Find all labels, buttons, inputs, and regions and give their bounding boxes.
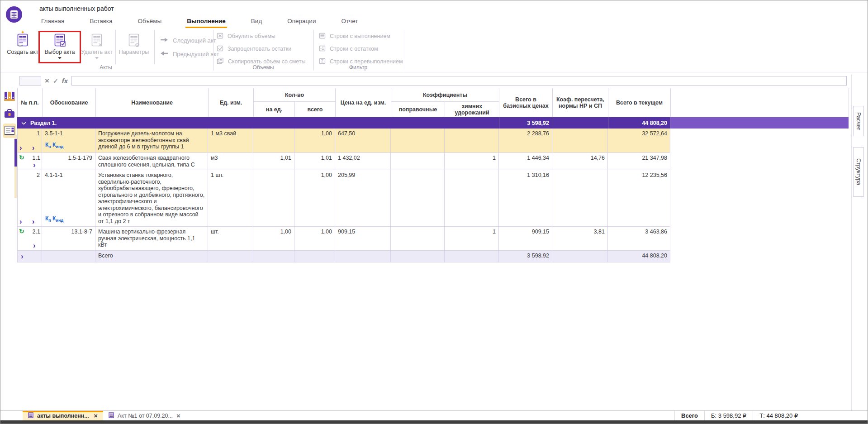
table-row-2.1[interactable]: ↻2.1›13.1-8-7Машина вертикально-фрезерна… [17, 227, 849, 251]
cell-name[interactable]: Свая железобетонная квадратного сплошног… [95, 153, 208, 170]
create-act-button[interactable]: ✦Создать акт [4, 30, 41, 59]
cell-num[interactable]: 1›› [17, 129, 42, 153]
tab-close-icon[interactable]: × [176, 412, 180, 419]
coefficient-links[interactable]: Кп Кинд [44, 142, 93, 151]
cell-coef-winter[interactable] [445, 170, 499, 227]
formula-input[interactable] [71, 76, 847, 86]
expand-chevron-icon[interactable]: › [19, 219, 22, 224]
cell-total-base[interactable]: 1 310,16 [499, 170, 552, 227]
params-button[interactable]: ⚙Параметры [115, 30, 152, 59]
cell-price[interactable]: 909,15 [335, 227, 391, 251]
arrow-left-act-button[interactable]: Предыдущий акт [160, 47, 219, 61]
cell-code[interactable]: 4.1-1-1Кп Кинд [42, 170, 95, 227]
cell-code[interactable]: 3.5-1-1Кп Кинд [42, 129, 95, 153]
cell-qty-total[interactable]: 1,00 [294, 170, 335, 227]
cell-code[interactable]: 1.5-1-179 [42, 153, 95, 170]
cell-qty-per[interactable]: 1,00 [253, 227, 294, 251]
cell-total-base[interactable]: 2 288,76 [499, 129, 552, 153]
cell-unit[interactable]: шт. [208, 227, 253, 251]
ribbon-tab-4[interactable]: Вид [250, 18, 263, 28]
cell-total-current[interactable]: 32 572,64 [608, 129, 670, 153]
projects-binders-icon[interactable] [3, 89, 16, 104]
expand-chevron-icon[interactable]: › [21, 253, 24, 259]
cell-coef-winter[interactable]: 1 [445, 153, 499, 170]
cell-num[interactable]: ↻2.1› [17, 227, 42, 251]
cell-coef-winter[interactable]: 1 [445, 227, 499, 251]
collapse-chevron-icon[interactable] [21, 120, 26, 126]
arrow-right-act-button[interactable]: Следующий акт [160, 33, 219, 47]
cell-num[interactable]: ↻1.1› [17, 153, 42, 170]
cell-coef-adj[interactable] [391, 170, 445, 227]
cell-num[interactable]: 2›› [17, 170, 42, 227]
rail-scrollbar-thumb[interactable] [14, 139, 17, 167]
section-label-cell[interactable]: Раздел 1. [17, 117, 499, 129]
cell-empty[interactable] [391, 251, 445, 262]
cell-total-base[interactable]: 909,15 [499, 227, 552, 251]
cell-ref-input[interactable] [19, 76, 41, 86]
table-row-section[interactable]: Раздел 1.3 598,9244 808,20 [17, 117, 849, 129]
cell-total-base[interactable]: 3 598,92 [499, 251, 552, 262]
cell-unit[interactable]: 1 шт. [208, 170, 253, 227]
expand-chevron-icon[interactable]: › [32, 145, 35, 151]
document-tab-0[interactable]: акты выполненн...× [23, 411, 103, 420]
delete-act-button[interactable]: ✕Удалить акт [78, 30, 115, 59]
table-row-total[interactable]: ›Всего3 598,9244 808,20 [17, 251, 849, 262]
cell-code[interactable] [42, 251, 95, 262]
cell-name[interactable]: Погружение дизель-молотом на экскаваторе… [95, 129, 208, 153]
expand-chevron-icon[interactable]: › [33, 243, 36, 248]
ribbon-tab-0[interactable]: Главная [40, 18, 66, 28]
expand-chevron-icon[interactable]: › [32, 219, 35, 224]
cell-total-current[interactable]: 44 808,20 [608, 251, 670, 262]
ribbon-tab-2[interactable]: Объёмы [137, 18, 163, 28]
coefficient-links[interactable]: Кп Кинд [44, 215, 93, 224]
expand-chevron-icon[interactable]: › [19, 145, 22, 151]
percent-remainder-button[interactable]: Запроцентовать остатки [217, 43, 306, 55]
confirm-icon[interactable]: ✓ [53, 77, 58, 85]
side-tab-0[interactable]: Расчет [853, 106, 864, 136]
cell-coef-winter[interactable] [445, 129, 499, 153]
cell-code[interactable]: 13.1-8-7 [42, 227, 95, 251]
ribbon-tab-3[interactable]: Выполнение [185, 18, 227, 28]
cell-empty[interactable] [445, 251, 499, 262]
cell-qty-per[interactable] [253, 170, 294, 227]
cell-empty[interactable] [294, 251, 335, 262]
cell-qty-total[interactable]: 1,00 [294, 227, 335, 251]
estimate-sheet-icon[interactable] [3, 124, 16, 138]
total-label-cell[interactable]: Всего [95, 251, 208, 262]
dropdown-caret-icon[interactable] [95, 57, 99, 59]
zero-volumes-button[interactable]: Обнулить объемы [217, 30, 306, 43]
table-row-1[interactable]: 1››3.5-1-1Кп КиндПогружение дизель-молот… [17, 129, 849, 153]
cell-total-current[interactable]: 3 463,86 [608, 227, 670, 251]
ribbon-tab-1[interactable]: Вставка [88, 18, 114, 28]
cell-coef-recalc[interactable] [552, 129, 608, 153]
cell-total-current[interactable]: 21 347,98 [608, 153, 670, 170]
cell-coef-adj[interactable] [391, 129, 445, 153]
cell-total-base[interactable]: 1 446,34 [499, 153, 552, 170]
cell-price[interactable]: 1 432,02 [335, 153, 391, 170]
ribbon-tab-6[interactable]: Отчет [340, 18, 359, 28]
cell-qty-total[interactable]: 1,01 [294, 153, 335, 170]
cell-name[interactable]: Установка станка токарного, сверлильно-р… [95, 170, 208, 227]
side-tab-1[interactable]: Структура [853, 147, 864, 197]
cell-coef-recalc[interactable]: 3,81 [552, 227, 608, 251]
cell-empty[interactable] [552, 251, 608, 262]
document-tab-1[interactable]: Акт №1 от 07.09.20...× [103, 411, 186, 420]
total-expand-cell[interactable]: › [17, 251, 42, 262]
cell-qty-per[interactable]: 1,01 [253, 153, 294, 170]
cell-unit[interactable]: 1 м3 свай [208, 129, 253, 153]
table-row-1.1[interactable]: ↻1.1›1.5-1-179Свая железобетонная квадра… [17, 153, 849, 170]
cell-name[interactable]: Машина вертикально-фрезерная ручная элек… [95, 227, 208, 251]
ribbon-tab-5[interactable]: Операции [286, 18, 317, 28]
expand-chevron-icon[interactable]: › [33, 162, 36, 168]
cell-empty[interactable] [335, 251, 391, 262]
fx-icon[interactable]: fx [62, 77, 68, 85]
cancel-icon[interactable]: × [45, 77, 49, 85]
rows-with-completion-button[interactable]: Строки с выполнением [319, 30, 403, 43]
cell-coef-adj[interactable] [391, 153, 445, 170]
cell-qty-total[interactable]: 1,00 [294, 129, 335, 153]
cell-empty[interactable] [253, 251, 294, 262]
cell-unit[interactable]: м3 [208, 153, 253, 170]
table-row-2[interactable]: 2››4.1-1-1Кп КиндУстановка станка токарн… [17, 170, 849, 227]
cell-coef-recalc[interactable] [552, 170, 608, 227]
cell-qty-per[interactable] [253, 129, 294, 153]
